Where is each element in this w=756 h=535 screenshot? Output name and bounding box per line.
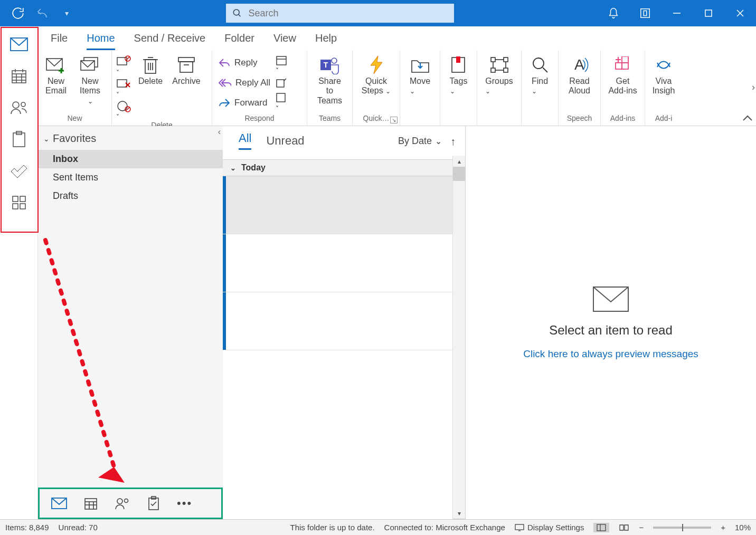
find-button[interactable]: Find⌄ xyxy=(528,53,552,97)
search-box[interactable] xyxy=(226,4,454,23)
collapse-ribbon-button[interactable] xyxy=(742,115,753,122)
nav-tasks[interactable] xyxy=(3,125,35,154)
tab-home[interactable]: Home xyxy=(87,32,115,50)
view-normal-button[interactable] xyxy=(593,523,609,532)
always-preview-link[interactable]: Click here to always preview messages xyxy=(523,348,698,360)
viva-icon xyxy=(654,56,673,73)
view-reading-button[interactable] xyxy=(619,524,629,531)
read-aloud-button[interactable]: A Read Aloud xyxy=(565,53,593,97)
coming-soon-button[interactable] xyxy=(629,0,661,26)
svg-rect-48 xyxy=(178,58,194,62)
folder-sent-items[interactable]: Sent Items xyxy=(38,168,223,187)
ribbon-scroll-right[interactable]: › xyxy=(752,82,755,93)
tags-button[interactable]: Tags⌄ xyxy=(447,53,471,97)
nav-people[interactable] xyxy=(3,93,35,122)
bottom-nav-people[interactable] xyxy=(115,497,130,510)
status-unread: Unread: 70 xyxy=(59,523,98,532)
sort-button[interactable]: By Date ⌄ xyxy=(398,136,442,147)
svg-line-35 xyxy=(126,56,130,61)
zoom-in-button[interactable]: + xyxy=(721,523,725,532)
more-respond-button[interactable]: ˅ xyxy=(276,92,288,112)
bottom-nav-more[interactable]: ••• xyxy=(177,496,192,510)
junk-button[interactable]: ˅ xyxy=(116,100,132,121)
search-input[interactable] xyxy=(248,7,448,20)
qat-more-icon[interactable]: ▾ xyxy=(59,6,74,21)
undo-icon[interactable] xyxy=(35,6,50,21)
share-to-teams-small[interactable] xyxy=(276,78,288,89)
tab-file[interactable]: File xyxy=(51,32,68,50)
tab-send-receive[interactable]: Send / Receive xyxy=(134,32,206,50)
nav-calendar[interactable] xyxy=(3,61,35,91)
message-list: All Unread By Date ⌄ ↑ ⌄ Today ▴ xyxy=(223,126,466,519)
new-items-button[interactable]: New Items ⌄ xyxy=(73,53,107,107)
viva-insights-button[interactable]: Viva Insigh xyxy=(649,53,678,97)
minimize-button[interactable] xyxy=(661,0,693,26)
nav-mail[interactable] xyxy=(3,30,35,59)
sort-direction-button[interactable]: ↑ xyxy=(450,136,456,148)
tab-view[interactable]: View xyxy=(273,32,296,50)
zoom-value[interactable]: 10% xyxy=(735,523,751,532)
reply-all-button[interactable]: Reply All xyxy=(216,74,272,91)
svg-rect-84 xyxy=(593,287,628,311)
svg-point-2 xyxy=(233,9,239,15)
bottom-nav-tasks[interactable] xyxy=(147,496,160,511)
message-item-1[interactable] xyxy=(223,176,465,234)
close-button[interactable] xyxy=(724,0,756,26)
group-addins-label: Add-ins xyxy=(605,114,640,125)
svg-rect-69 xyxy=(616,63,622,69)
svg-rect-60 xyxy=(456,56,460,63)
maximize-button[interactable] xyxy=(693,0,724,26)
message-item-2[interactable] xyxy=(223,234,465,292)
status-folder: This folder is up to date. xyxy=(290,523,374,532)
folder-inbox[interactable]: Inbox xyxy=(38,150,223,168)
ignore-button[interactable]: ˅ xyxy=(116,55,132,77)
move-button[interactable]: Move⌄ xyxy=(407,53,433,97)
quick-steps-button[interactable]: Quick Steps ⌄ xyxy=(358,53,394,97)
group-today[interactable]: ⌄ Today xyxy=(223,159,465,176)
collapse-folder-pane[interactable]: ‹ xyxy=(218,127,221,137)
zoom-out-button[interactable]: − xyxy=(639,523,644,532)
groups-label: Groups xyxy=(485,77,513,85)
forward-button[interactable]: Forward xyxy=(216,94,272,111)
message-list-scrollbar[interactable]: ▴ ▾ xyxy=(452,156,465,519)
tab-help[interactable]: Help xyxy=(315,32,337,50)
svg-line-67 xyxy=(543,68,547,72)
svg-rect-21 xyxy=(13,133,25,147)
people-icon xyxy=(10,100,28,115)
bottom-nav-calendar[interactable] xyxy=(84,496,98,510)
archive-icon xyxy=(177,56,195,73)
notifications-button[interactable] xyxy=(598,0,629,26)
meeting-button[interactable]: ˅ xyxy=(276,54,288,74)
cleanup-button[interactable]: ˅ xyxy=(116,78,132,99)
nav-more-apps[interactable] xyxy=(3,188,35,217)
svg-rect-87 xyxy=(597,524,606,531)
group-new-label: New xyxy=(42,114,107,125)
archive-button[interactable]: Archive xyxy=(169,53,203,87)
read-aloud-icon: A xyxy=(569,56,589,74)
folder-drafts[interactable]: Drafts xyxy=(38,187,223,205)
svg-rect-54 xyxy=(277,93,285,102)
share-teams-button[interactable]: T Share to Teams xyxy=(311,53,348,107)
nav-todo[interactable] xyxy=(3,156,35,186)
new-email-button[interactable]: New Email xyxy=(42,53,70,97)
filter-unread[interactable]: Unread xyxy=(266,134,304,148)
groups-button[interactable]: Groups⌄ xyxy=(482,53,516,97)
svg-rect-65 xyxy=(504,68,508,72)
svg-rect-71 xyxy=(622,56,628,63)
display-settings-button[interactable]: Display Settings xyxy=(515,523,584,532)
titlebar: ▾ xyxy=(0,0,756,26)
tab-folder[interactable]: Folder xyxy=(224,32,254,50)
forward-icon xyxy=(219,98,230,108)
svg-line-3 xyxy=(239,14,241,16)
sync-icon[interactable] xyxy=(11,6,25,21)
favorites-header[interactable]: ⌄ Favorites xyxy=(38,126,223,150)
bottom-nav-mail[interactable] xyxy=(51,498,67,509)
message-item-3[interactable] xyxy=(223,292,465,350)
filter-all[interactable]: All xyxy=(239,131,251,150)
delete-button[interactable]: Delete xyxy=(135,53,166,87)
zoom-slider[interactable] xyxy=(653,527,711,529)
get-addins-button[interactable]: Get Add-ins xyxy=(605,53,640,97)
find-icon xyxy=(532,56,549,73)
reply-button[interactable]: Reply xyxy=(216,54,272,71)
svg-point-81 xyxy=(125,499,128,503)
